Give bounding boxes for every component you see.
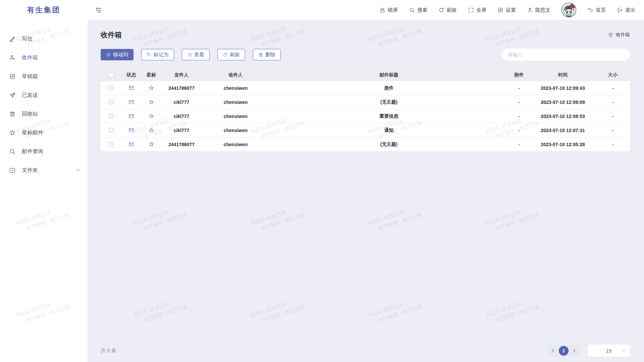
- sidebar-item[interactable]: 星标邮件: [0, 123, 88, 142]
- sidebar-item[interactable]: 邮件查询: [0, 142, 88, 161]
- toolbar-button-label: 移动到: [113, 52, 128, 58]
- star-toggle-icon[interactable]: [149, 127, 154, 133]
- row-checkbox[interactable]: [109, 128, 114, 133]
- toolbar-button-icon: [147, 52, 152, 57]
- topbar-actions: 锁屏 搜索 刷新 全屏 设置 陈思文 首页: [379, 3, 635, 17]
- table-row[interactable]: 2441786077 chensiwen (无主题) - 2023-07-10 …: [101, 137, 630, 152]
- sidebar-item-icon: [9, 92, 16, 99]
- col-header-recipient: 收件人: [202, 72, 270, 78]
- topbar-item-label: 刷新: [447, 7, 457, 13]
- toolbar-buttons: 移动到 标记为 查看 刷新 删除: [101, 49, 288, 60]
- toolbar-button-icon: [187, 52, 192, 57]
- row-sender: 2441786077: [161, 142, 202, 147]
- topbar-item[interactable]: 设置: [497, 7, 516, 13]
- sidebar-item-label: 邮件查询: [22, 148, 43, 155]
- topbar-item-icon: [438, 7, 444, 13]
- topbar: 锁屏 搜索 刷新 全屏 设置 陈思文 首页: [88, 0, 644, 20]
- sidebar-item-label: 草稿箱: [22, 73, 38, 80]
- pager: 1: [547, 345, 581, 356]
- sidebar-item[interactable]: 回收站: [0, 105, 88, 123]
- user-avatar[interactable]: [561, 3, 576, 17]
- topbar-item-label: 锁屏: [388, 7, 398, 13]
- sidebar-item[interactable]: 写信: [0, 29, 88, 48]
- toolbar-button[interactable]: 标记为: [141, 49, 174, 60]
- row-size: -: [596, 100, 630, 105]
- toolbar-button[interactable]: 删除: [253, 49, 281, 60]
- page-title: 收件箱: [101, 30, 122, 40]
- row-checkbox[interactable]: [109, 85, 114, 90]
- row-time: 2023-07-10 12:07:31: [530, 128, 596, 133]
- sidebar-item-label: 星标邮件: [22, 129, 43, 136]
- star-toggle-icon[interactable]: [149, 85, 154, 91]
- star-toggle-icon[interactable]: [149, 99, 154, 105]
- topbar-item-label: 搜索: [417, 7, 427, 13]
- toolbar-button[interactable]: 查看: [182, 49, 210, 60]
- row-attachment: -: [508, 100, 530, 105]
- location-pin-icon: [608, 32, 613, 38]
- row-checkbox[interactable]: [109, 142, 114, 147]
- col-header-sender: 发件人: [161, 72, 202, 78]
- col-header-subject: 邮件标题: [270, 72, 508, 78]
- sidebar-item[interactable]: 文件夹: [0, 161, 88, 180]
- row-subject: 急件: [270, 85, 508, 91]
- page-number[interactable]: 1: [559, 346, 569, 356]
- sidebar-item-label: 回收站: [22, 111, 38, 118]
- row-size: -: [596, 85, 630, 91]
- sidebar-item-icon: [9, 129, 16, 136]
- row-checkbox[interactable]: [109, 114, 114, 119]
- topbar-item-icon: [587, 7, 593, 13]
- topbar-item-label: 退出: [625, 7, 635, 13]
- main-content: 收件箱 收件箱 移动到 标记为 查看 刷新: [88, 20, 644, 362]
- toolbar-button[interactable]: 刷新: [217, 49, 245, 60]
- prev-page-icon[interactable]: [551, 348, 555, 353]
- unread-envelope-icon: [128, 113, 134, 119]
- topbar-item[interactable]: 陈思文: [527, 7, 550, 13]
- topbar-item-label: 全屏: [476, 7, 486, 13]
- topbar-item-icon: [497, 7, 503, 13]
- row-size: -: [596, 128, 630, 133]
- topbar-item-label: 陈思文: [535, 7, 550, 13]
- topbar-item[interactable]: 搜索: [409, 7, 427, 13]
- topbar-item[interactable]: 退出: [617, 7, 635, 13]
- collapse-sidebar-icon[interactable]: [95, 6, 102, 14]
- sidebar-item[interactable]: 已发送: [0, 86, 88, 105]
- next-page-icon[interactable]: [572, 348, 577, 353]
- topbar-item[interactable]: 锁屏: [379, 7, 398, 13]
- table-row[interactable]: 2441786077 chensiwen 急件 - 2023-07-10 12:…: [101, 81, 630, 95]
- sidebar: 有生集团 写信 收件箱 草稿箱 已发送 回收站: [0, 0, 88, 362]
- total-count: 共 5 条: [101, 348, 116, 354]
- col-header-status: 状态: [121, 72, 141, 78]
- topbar-item[interactable]: 全屏: [468, 7, 486, 13]
- topbar-item[interactable]: 首页: [587, 7, 606, 13]
- sidebar-item[interactable]: 草稿箱: [0, 67, 88, 86]
- toolbar-button[interactable]: 移动到: [101, 49, 133, 60]
- star-toggle-icon[interactable]: [149, 141, 154, 147]
- col-header-attach: 附件: [508, 72, 530, 78]
- row-size: -: [596, 114, 630, 119]
- row-recipient: chensiwen: [202, 142, 270, 147]
- row-checkbox[interactable]: [109, 100, 114, 105]
- row-time: 2023-07-10 12:09:09: [530, 100, 596, 105]
- toolbar-button-icon: [258, 52, 263, 57]
- table-row[interactable]: cikl777 chensiwen (无主题) - 2023-07-10 12:…: [101, 95, 630, 109]
- sidebar-item[interactable]: 收件箱: [0, 48, 88, 67]
- row-size: -: [596, 142, 630, 147]
- table-row[interactable]: cikl777 chensiwen 通知 - 2023-07-10 12:07:…: [101, 123, 630, 137]
- row-sender: 2441786077: [161, 85, 202, 91]
- page-size-select[interactable]: 15: [588, 345, 630, 357]
- topbar-item-icon: [409, 7, 415, 13]
- table-header: 状态 星标 发件人 收件人 邮件标题 附件 时间 大小: [101, 69, 630, 81]
- mail-table: 状态 星标 发件人 收件人 邮件标题 附件 时间 大小 2441786077 c…: [101, 69, 630, 152]
- search-input[interactable]: [502, 49, 630, 61]
- select-all-checkbox[interactable]: [109, 72, 114, 77]
- row-recipient: chensiwen: [202, 85, 270, 91]
- sidebar-item-icon: [9, 54, 16, 61]
- star-toggle-icon[interactable]: [149, 113, 154, 119]
- table-row[interactable]: cikl777 chensiwen 重要信息 - 2023-07-10 12:0…: [101, 109, 630, 123]
- table-body: 2441786077 chensiwen 急件 - 2023-07-10 12:…: [101, 81, 630, 152]
- row-subject: (无主题): [270, 99, 508, 105]
- sidebar-item-label: 文件夹: [22, 167, 38, 174]
- breadcrumb: 收件箱: [608, 32, 630, 38]
- topbar-item[interactable]: 刷新: [438, 7, 457, 13]
- app-logo: 有生集团: [0, 0, 88, 20]
